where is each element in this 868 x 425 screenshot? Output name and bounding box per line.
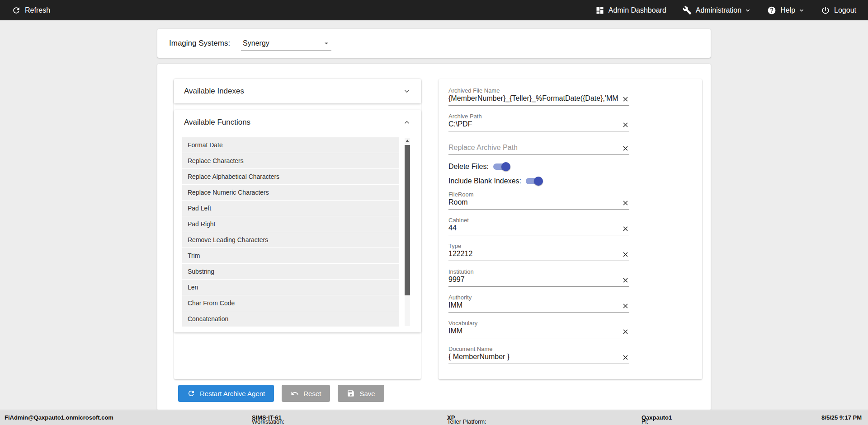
include-blank-indexes-row: Include Blank Indexes: [448,176,692,187]
refresh-button[interactable]: Refresh [12,6,50,15]
administration-menu[interactable]: Administration [683,6,751,15]
list-item-remove-leading-characters[interactable]: Remove Leading Characters [182,232,399,248]
list-item-replace-numeric-characters[interactable]: Replace Numeric Characters [182,185,399,200]
field-label: Document Name [448,346,629,352]
list-item-len[interactable]: Len [182,280,399,295]
save-label: Save [359,390,375,397]
field-label: Archived File Name [448,87,629,94]
type-input[interactable]: 122212 [448,249,618,258]
save-button[interactable]: Save [338,385,384,402]
chevron-down-icon [745,7,751,14]
delete-files-toggle[interactable] [493,163,509,170]
list-item-replace-alphabetical-characters[interactable]: Replace Alphabetical Characters [182,169,399,184]
field-authority: Authority IMM [448,294,629,313]
list-item-format-date[interactable]: Format Date [182,137,399,153]
imaging-systems-selected-value: Synergy [243,39,269,47]
imaging-systems-card: Imaging Systems: Synergy [157,29,711,58]
teller-platform-status: Teller Platform: XP [447,414,455,421]
scrollbar-thumb[interactable] [405,145,410,295]
settings-main-card: Available Indexes Available Functions [157,64,711,411]
teller-platform-label: Teller Platform: [447,418,486,425]
clear-icon[interactable] [622,328,629,336]
replace-archive-path-input[interactable]: Replace Archive Path [448,143,618,152]
available-indexes-panel: Available Indexes [174,79,421,103]
toggle-knob [534,177,543,186]
clear-icon[interactable] [622,95,629,103]
admin-dashboard-label: Admin Dashboard [609,6,666,14]
list-item-replace-characters[interactable]: Replace Characters [182,153,399,168]
list-item-substring[interactable]: Substring [182,264,399,279]
list-item-pad-right[interactable]: Pad Right [182,216,399,232]
field-document-name: Document Name { MemberNumber } [448,346,629,364]
document-name-input[interactable]: { MemberNumber } [448,352,618,361]
available-indexes-header[interactable]: Available Indexes [174,79,421,103]
available-indexes-title: Available Indexes [184,87,244,96]
list-item-concatenation[interactable]: Concatenation [182,311,399,327]
refresh-icon [187,389,195,397]
clear-icon[interactable] [622,199,629,207]
archive-settings-panel: Archived File Name {MemberNumber}_{Telle… [439,79,702,379]
help-menu[interactable]: Help [767,6,805,15]
logout-button[interactable]: Logout [821,6,856,15]
logged-in-user: FiAdmin@Qaxpauto1.onmicrosoft.com [5,414,113,421]
available-functions-panel: Available Functions Format Date Replace … [174,110,421,332]
delete-files-label: Delete Files: [448,163,489,171]
chevron-down-icon [798,7,805,14]
undo-icon [291,389,299,397]
top-navigation-bar: Refresh Admin Dashboard Administration H… [0,0,868,20]
toggle-knob [501,162,510,171]
left-panel: Available Indexes Available Functions [174,79,421,379]
clear-icon[interactable] [622,121,629,129]
clear-icon[interactable] [622,276,629,284]
archive-path-input[interactable]: C:\PDF [448,120,618,129]
archived-file-name-input[interactable]: {MemberNumber}_{Teller}_%FormatDate({Dat… [448,94,618,103]
admin-dashboard-link[interactable]: Admin Dashboard [595,6,666,15]
power-icon [821,6,830,15]
institution-input[interactable]: 9997 [448,275,618,284]
imaging-systems-label: Imaging Systems: [169,39,230,48]
delete-files-row: Delete Files: [448,161,692,172]
list-item-pad-left[interactable]: Pad Left [182,201,399,216]
include-blank-indexes-toggle[interactable] [526,178,542,184]
list-item-char-from-code[interactable]: Char From Code [182,295,399,311]
field-label: Vocabulary [448,320,629,327]
help-label: Help [780,6,795,14]
clear-icon[interactable] [622,225,629,233]
available-functions-header[interactable]: Available Functions [174,110,421,135]
administration-label: Administration [696,6,741,14]
imaging-systems-select[interactable]: Synergy [241,36,331,51]
field-label: Archive Path [448,113,629,120]
dashboard-grid-icon [595,6,604,15]
field-vocabulary: Vocabulary IMM [448,320,629,338]
clear-icon[interactable] [622,302,629,310]
field-label: Institution [448,268,629,275]
list-item-trim[interactable]: Trim [182,248,399,263]
scrollbar[interactable] [405,138,410,326]
refresh-label: Refresh [25,6,50,14]
vocabulary-input[interactable]: IMM [448,327,618,336]
field-cabinet: Cabinet 44 [448,217,629,235]
scroll-up-arrow-icon[interactable] [406,140,409,142]
fileroom-input[interactable]: Room [448,198,618,207]
field-institution: Institution 9997 [448,268,629,287]
clear-icon[interactable] [622,145,629,152]
reset-button[interactable]: Reset [282,385,330,402]
cabinet-input[interactable]: 44 [448,224,618,233]
workstation-label: Workstation: [252,418,284,425]
dropdown-arrow-icon [322,39,330,47]
refresh-icon [12,6,21,15]
clear-icon[interactable] [622,354,629,361]
workstation-status: Workstation: SIMS-IT-61 [252,414,282,421]
save-icon [347,389,355,397]
field-label: Authority [448,294,629,301]
field-archive-path: Archive Path C:\PDF [448,113,629,131]
field-replace-archive-path: Replace Archive Path [448,143,629,155]
field-archived-file-name: Archived File Name {MemberNumber}_{Telle… [448,87,629,106]
field-type: Type 122212 [448,243,629,261]
functions-list: Format Date Replace Characters Replace A… [174,135,421,331]
field-label: Type [448,243,629,249]
available-functions-title: Available Functions [184,118,250,127]
restart-archive-agent-button[interactable]: Restart Archive Agent [178,385,274,402]
clear-icon[interactable] [622,251,629,258]
authority-input[interactable]: IMM [448,301,618,310]
